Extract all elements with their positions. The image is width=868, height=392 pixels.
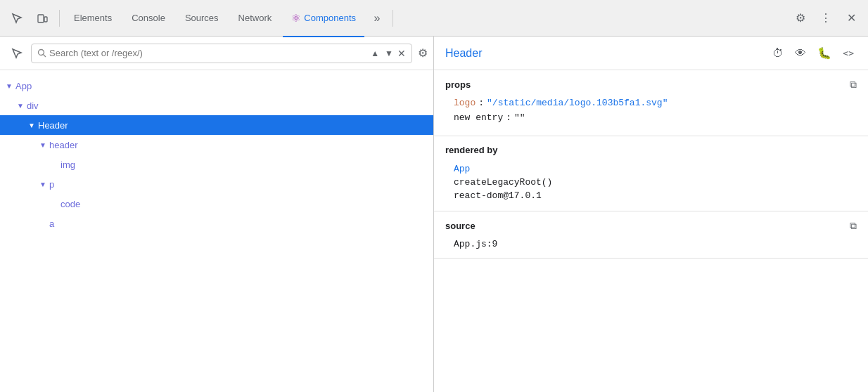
tree-arrow-app: ▼ (6, 82, 13, 90)
rendered-by-section: rendered by App createLegacyRoot() react… (434, 136, 868, 211)
toolbar-divider-1 (59, 10, 60, 27)
right-content: props ⧉ logo : "/static/media/logo.103b5… (434, 70, 868, 392)
source-value[interactable]: App.js:9 (445, 239, 857, 249)
tree-item-div[interactable]: ▼ div (0, 96, 433, 115)
tree-label-div: div (27, 100, 39, 111)
rendered-react-dom-label: react-dom@17.0.1 (454, 190, 542, 201)
tree-label-img: img (60, 159, 75, 170)
tree-label-header-tag: header (49, 140, 77, 150)
tree-arrow-p: ▼ (39, 181, 46, 188)
rendered-legacy-root-label: createLegacyRoot() (454, 177, 552, 188)
prop-colon-logo: : (478, 98, 484, 108)
select-element-icon[interactable] (6, 7, 28, 30)
tree-arrow-header-tag: ▼ (39, 141, 46, 149)
tree-arrow-header-comp: ▼ (28, 122, 35, 129)
svg-line-3 (44, 55, 46, 58)
view-source-icon-button[interactable]: 👁 (792, 44, 809, 63)
tree-label-header-comp: Header (38, 120, 68, 131)
tree-item-p[interactable]: ▼ p (0, 174, 433, 194)
tree-arrow-img (51, 161, 58, 169)
source-section-title: source (445, 221, 476, 231)
tree-item-a[interactable]: a (0, 214, 433, 233)
tree-label-code: code (60, 199, 80, 209)
tree-item-code[interactable]: code (0, 194, 433, 214)
toolbar-divider-2 (392, 10, 393, 27)
search-settings-button[interactable]: ⚙ (418, 46, 428, 60)
search-clear-button[interactable]: ✕ (397, 48, 406, 59)
tree-arrow-a (39, 220, 46, 228)
tab-components[interactable]: ⚛ Components (283, 1, 364, 37)
tab-network-label: Network (238, 13, 272, 23)
svg-rect-0 (38, 15, 44, 22)
prop-colon-new-entry: : (506, 112, 511, 123)
close-devtools-button[interactable]: ✕ (840, 7, 862, 30)
prop-row-new-entry: new entry : "" (445, 112, 857, 123)
prop-key-logo: logo (454, 98, 476, 108)
rendered-app-link[interactable]: App (445, 162, 857, 176)
tree-label-p: p (49, 179, 54, 190)
prop-row-logo: logo : "/static/media/logo.103b5fa1.svg" (445, 98, 857, 108)
tab-network[interactable]: Network (230, 1, 281, 37)
rendered-react-dom: react-dom@17.0.1 (445, 189, 857, 202)
toolbar-end: ⚙ ⋮ ✕ (789, 7, 862, 30)
rendered-by-section-header: rendered by (445, 145, 857, 155)
svg-point-2 (39, 50, 44, 55)
right-panel: Header ⏱ 👁 🐛 <> props ⧉ logo : "/s (434, 37, 868, 392)
more-tabs-button[interactable]: » (367, 8, 387, 28)
rendered-app-label: App (454, 164, 470, 174)
component-tree: ▼ App ▼ div ▼ Header ▼ header img (0, 70, 433, 392)
right-header: Header ⏱ 👁 🐛 <> (434, 37, 868, 70)
source-section: source ⧉ App.js:9 (434, 211, 868, 259)
prop-value-new-entry: "" (514, 112, 525, 123)
search-input[interactable] (49, 48, 366, 58)
devtools-toolbar: Elements Console Sources Network ⚛ Compo… (0, 0, 868, 37)
props-section-header: props ⧉ (445, 79, 857, 91)
rendered-legacy-root: createLegacyRoot() (445, 176, 857, 189)
search-bar: ▲ ▼ ✕ ⚙ (0, 37, 433, 70)
suspend-icon-button[interactable]: ⏱ (770, 44, 786, 63)
log-data-icon-button[interactable]: 🐛 (815, 44, 834, 63)
left-panel: ▲ ▼ ✕ ⚙ ▼ App ▼ div ▼ Header (0, 37, 434, 392)
device-toolbar-icon[interactable] (31, 7, 53, 30)
tab-components-label: Components (304, 13, 356, 23)
tab-console-label: Console (132, 13, 165, 23)
tree-item-header-tag[interactable]: ▼ header (0, 135, 433, 155)
rendered-by-title: rendered by (445, 145, 497, 155)
props-section: props ⧉ logo : "/static/media/logo.103b5… (434, 70, 868, 136)
source-section-header: source ⧉ (445, 220, 857, 232)
tree-arrow-div: ▼ (17, 102, 24, 110)
search-icon (37, 48, 46, 58)
tree-item-app[interactable]: ▼ App (0, 76, 433, 96)
right-header-icons: ⏱ 👁 🐛 <> (770, 44, 857, 63)
right-panel-title: Header (445, 47, 482, 60)
tree-label-a: a (49, 218, 54, 229)
search-prev-button[interactable]: ▲ (369, 47, 381, 60)
tab-sources[interactable]: Sources (177, 1, 227, 37)
source-copy-button[interactable]: ⧉ (850, 220, 857, 232)
more-options-button[interactable]: ⋮ (815, 7, 837, 30)
inspect-element-button[interactable] (6, 42, 28, 65)
svg-rect-1 (44, 17, 47, 22)
props-section-title: props (445, 79, 471, 90)
prop-value-logo: "/static/media/logo.103b5fa1.svg" (487, 98, 668, 108)
open-in-editor-icon-button[interactable]: <> (840, 44, 857, 63)
tree-item-img[interactable]: img (0, 155, 433, 174)
main-area: ▲ ▼ ✕ ⚙ ▼ App ▼ div ▼ Header (0, 37, 868, 392)
props-copy-button[interactable]: ⧉ (850, 79, 857, 91)
tree-item-header-comp[interactable]: ▼ Header (0, 115, 433, 135)
components-tab-icon: ⚛ (291, 12, 300, 25)
tree-arrow-code (51, 200, 58, 208)
prop-key-new-entry: new entry (454, 112, 503, 123)
tree-label-app: App (15, 81, 32, 91)
settings-icon-button[interactable]: ⚙ (789, 7, 812, 30)
tab-sources-label: Sources (185, 13, 219, 23)
search-next-button[interactable]: ▼ (383, 47, 395, 60)
search-input-wrapper: ▲ ▼ ✕ (31, 44, 412, 63)
tab-elements[interactable]: Elements (65, 1, 120, 37)
tab-elements-label: Elements (74, 13, 112, 23)
tab-console[interactable]: Console (123, 1, 174, 37)
